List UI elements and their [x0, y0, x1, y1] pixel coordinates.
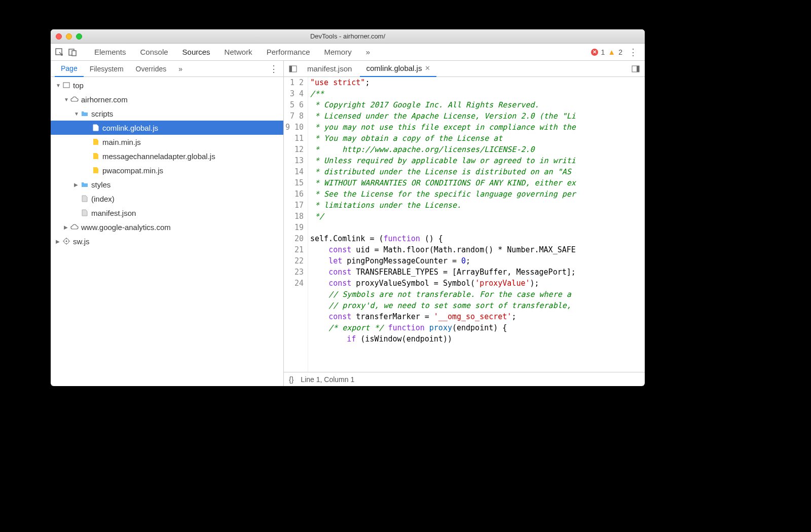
tree-file-pwacompat[interactable]: pwacompat.min.js [51, 163, 283, 177]
tree-file-index[interactable]: (index) [51, 192, 283, 206]
cloud-icon [70, 224, 79, 230]
panel-tabs: Elements Console Sources Network Perform… [87, 44, 377, 61]
tree-label: sw.js [73, 237, 90, 246]
js-file-icon [91, 167, 100, 174]
sidebar-tab-filesystem[interactable]: Filesystem [84, 61, 130, 77]
tree-sw[interactable]: ▶sw.js [51, 234, 283, 248]
show-navigator-icon[interactable] [287, 63, 299, 75]
content-area: Page Filesystem Overrides » ⋮ ▼top ▼airh… [51, 61, 645, 386]
tree-file-mainmin[interactable]: main.min.js [51, 135, 283, 149]
tab-performance[interactable]: Performance [260, 44, 317, 61]
cursor-position: Line 1, Column 1 [301, 375, 354, 384]
tree-file-comlink[interactable]: comlink.global.js [51, 121, 283, 135]
status-indicators: ✕1 ▲2 ⋮ [591, 47, 641, 58]
code-lines[interactable]: "use strict"; /** * Copyright 2017 Googl… [308, 77, 645, 372]
warning-icon[interactable]: ▲ [608, 48, 615, 56]
show-debugger-icon[interactable] [630, 63, 642, 75]
tab-more[interactable]: » [359, 44, 377, 61]
sidebar-tab-more[interactable]: » [172, 61, 189, 77]
device-icon[interactable] [68, 48, 77, 57]
window-title: DevTools - airhorner.com/ [51, 32, 645, 40]
error-icon[interactable]: ✕ [591, 49, 598, 56]
tree-label: top [73, 81, 84, 90]
inspect-icon[interactable] [55, 48, 64, 57]
tab-label: manifest.json [307, 64, 352, 73]
js-file-icon [91, 138, 100, 145]
minimize-button[interactable] [66, 33, 72, 40]
svg-rect-3 [63, 83, 69, 88]
sidebar-tab-page[interactable]: Page [55, 61, 84, 77]
tree-file-manifest[interactable]: manifest.json [51, 206, 283, 220]
frame-icon [62, 82, 71, 89]
tab-elements[interactable]: Elements [87, 44, 133, 61]
tab-memory[interactable]: Memory [317, 44, 359, 61]
tree-scripts-folder[interactable]: ▼scripts [51, 106, 283, 121]
svg-rect-9 [637, 66, 639, 72]
svg-point-5 [66, 241, 67, 242]
error-count[interactable]: 1 [601, 48, 605, 56]
tab-sources[interactable]: Sources [175, 44, 217, 61]
pretty-print-icon[interactable]: {} [289, 375, 293, 384]
zoom-button[interactable] [76, 33, 82, 40]
tree-styles-folder[interactable]: ▶styles [51, 177, 283, 192]
close-button[interactable] [56, 33, 62, 40]
editor-tabs: manifest.json comlink.global.js✕ [284, 61, 645, 77]
editor-tab-manifest[interactable]: manifest.json [301, 61, 358, 77]
tree-label: airhorner.com [81, 95, 128, 104]
cloud-icon [70, 96, 79, 102]
tree-file-adapter[interactable]: messagechanneladapter.global.js [51, 149, 283, 163]
js-file-icon [91, 153, 100, 160]
tree-label: pwacompat.min.js [102, 166, 163, 175]
tree-ga-domain[interactable]: ▶www.google-analytics.com [51, 220, 283, 234]
close-tab-icon[interactable]: ✕ [425, 64, 430, 72]
service-worker-icon [62, 238, 71, 245]
tree-label: scripts [91, 109, 113, 118]
tree-top[interactable]: ▼top [51, 78, 283, 92]
editor: manifest.json comlink.global.js✕ 1 2 3 4… [284, 61, 645, 386]
file-icon [80, 195, 89, 202]
tree-label: www.google-analytics.com [81, 223, 171, 232]
file-icon [91, 124, 100, 131]
settings-menu-icon[interactable]: ⋮ [625, 47, 641, 58]
tab-label: comlink.global.js [366, 64, 422, 72]
tree-label: styles [91, 180, 110, 189]
folder-icon [80, 110, 89, 117]
svg-rect-7 [289, 66, 292, 72]
tab-network[interactable]: Network [217, 44, 260, 61]
line-gutter: 1 2 3 4 5 6 7 8 9 10 11 12 13 14 15 16 1… [284, 77, 308, 372]
editor-statusbar: {} Line 1, Column 1 [284, 372, 645, 386]
tree-label: manifest.json [91, 209, 136, 217]
sidebar-tab-overrides[interactable]: Overrides [130, 61, 173, 77]
main-toolbar: Elements Console Sources Network Perform… [51, 44, 645, 61]
file-icon [80, 209, 89, 216]
tree-label: comlink.global.js [102, 124, 158, 132]
tree-label: (index) [91, 195, 115, 203]
tree-label: main.min.js [102, 138, 141, 146]
sidebar-tabs: Page Filesystem Overrides » ⋮ [51, 61, 283, 77]
devtools-window: DevTools - airhorner.com/ Elements Conso… [51, 29, 645, 386]
svg-rect-2 [72, 51, 76, 56]
warning-count[interactable]: 2 [618, 48, 622, 56]
folder-icon [80, 181, 89, 187]
titlebar: DevTools - airhorner.com/ [51, 29, 645, 44]
tree-domain[interactable]: ▼airhorner.com [51, 92, 283, 106]
file-tree: ▼top ▼airhorner.com ▼scripts comlink.glo… [51, 77, 283, 386]
sidebar-menu-icon[interactable]: ⋮ [264, 63, 283, 74]
traffic-lights [51, 33, 82, 40]
code-area[interactable]: 1 2 3 4 5 6 7 8 9 10 11 12 13 14 15 16 1… [284, 77, 645, 372]
tab-console[interactable]: Console [133, 44, 175, 61]
editor-tab-comlink[interactable]: comlink.global.js✕ [360, 61, 436, 77]
sidebar: Page Filesystem Overrides » ⋮ ▼top ▼airh… [51, 61, 284, 386]
tree-label: messagechanneladapter.global.js [102, 152, 215, 161]
